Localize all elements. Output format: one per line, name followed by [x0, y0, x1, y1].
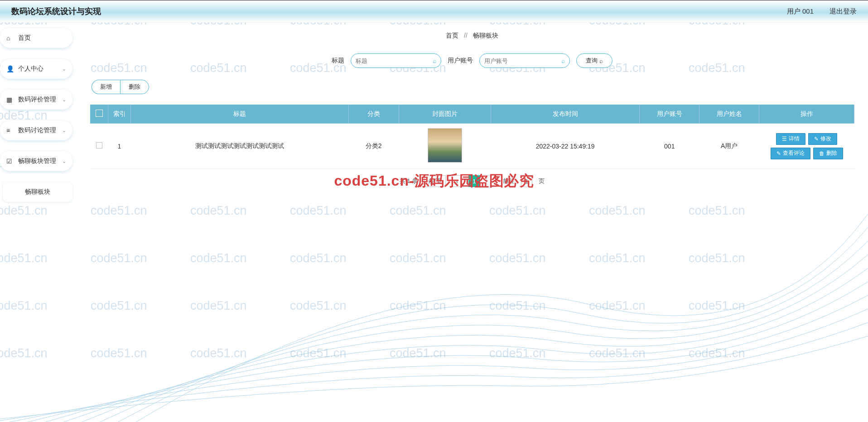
breadcrumb-current: 畅聊板块 [473, 32, 498, 39]
cell-index: 1 [108, 124, 131, 169]
detail-button[interactable]: ☰详情 [776, 133, 805, 145]
grid-icon: ▦ [6, 96, 14, 103]
delete-button[interactable]: 删除 [120, 80, 149, 94]
user-label[interactable]: 用户 001 [787, 7, 814, 16]
check-icon: ☑ [6, 158, 14, 165]
chevron-down-icon: ⌄ [62, 128, 66, 134]
pager-prev[interactable]: ‹ [452, 175, 462, 187]
app-title: 数码论坛系统设计与实现 [11, 6, 101, 17]
sidebar-item-chat-manage[interactable]: ☑ 畅聊板块管理 ⌄ [0, 151, 72, 171]
title-field[interactable]: ⌕ [351, 53, 441, 68]
search-icon: ⌕ [433, 57, 436, 64]
sidebar-item-label: 个人中心 [18, 65, 43, 73]
cover-image [428, 128, 462, 163]
row-checkbox[interactable] [96, 142, 102, 149]
pager-next[interactable]: › [487, 175, 497, 187]
pager-jump-input[interactable]: 1 [521, 175, 532, 187]
action-row: 新增 删除 [90, 80, 854, 94]
cell-account: 001 [640, 124, 699, 169]
add-button[interactable]: 新增 [92, 80, 120, 94]
search-label-title: 标题 [332, 57, 344, 65]
chevron-down-icon: ⌄ [62, 66, 66, 72]
pager-total: 共 1 条 [400, 177, 418, 185]
checkbox-all[interactable] [96, 110, 103, 117]
logout-link[interactable]: 退出登录 [829, 7, 857, 16]
pager-jump-suffix: 页 [539, 177, 545, 185]
pager-jump-prefix: 前往 [503, 177, 515, 185]
detail-icon: ☰ [782, 136, 787, 142]
account-input[interactable] [484, 58, 561, 64]
col-index: 索引 [108, 105, 131, 124]
list-icon: ≡ [6, 127, 14, 134]
pager-page-1[interactable]: 1 [468, 175, 480, 187]
edit-icon: ✎ [814, 136, 819, 142]
sidebar-item-label: 畅聊板块管理 [18, 157, 56, 165]
search-icon: ⌕ [599, 58, 603, 64]
col-account: 用户账号 [640, 105, 699, 124]
title-input[interactable] [356, 58, 433, 64]
row-delete-button[interactable]: 🗑删除 [813, 148, 843, 159]
edit-button[interactable]: ✎修改 [808, 133, 837, 145]
breadcrumb-sep: // [464, 32, 468, 39]
pagination: 共 1 条 条/页 ‹ 1 › 前往 1 页 [90, 175, 854, 187]
sidebar-item-profile[interactable]: 👤 个人中心 ⌄ [0, 59, 72, 79]
sidebar-sub-label: 畅聊板块 [25, 188, 50, 196]
sidebar: ⌂ 首页 👤 个人中心 ⌄ ▦ 数码评价管理 ⌄ ≡ 数码讨论管理 ⌄ ☑ 畅聊… [0, 23, 76, 211]
col-cover: 封面图片 [399, 105, 491, 124]
col-time: 发布时间 [491, 105, 639, 124]
cell-category: 分类2 [348, 124, 399, 169]
home-icon: ⌂ [6, 34, 14, 42]
cell-time: 2022-03-22 15:49:19 [491, 124, 639, 169]
sidebar-subitem-chat[interactable]: 畅聊板块 [3, 182, 72, 202]
user-icon: 👤 [6, 65, 14, 72]
search-label-account: 用户账号 [448, 57, 473, 65]
trash-icon: 🗑 [819, 150, 825, 157]
search-icon: ⌕ [561, 57, 565, 64]
search-row: 标题 ⌕ 用户账号 ⌕ 查询 ⌕ [90, 53, 854, 68]
main-content: 首页 // 畅聊板块 标题 ⌕ 用户账号 ⌕ 查询 ⌕ 新增 删除 [76, 23, 868, 211]
chevron-down-icon: ⌄ [62, 97, 66, 103]
pager-perpage[interactable]: 条/页 [424, 175, 446, 187]
sidebar-item-label: 数码讨论管理 [18, 126, 56, 134]
col-ops: 操作 [759, 105, 854, 124]
sidebar-item-label: 数码评价管理 [18, 96, 56, 104]
comment-icon: ✎ [776, 150, 781, 157]
sidebar-item-home[interactable]: ⌂ 首页 [0, 28, 72, 48]
sidebar-item-label: 首页 [18, 34, 31, 42]
query-button[interactable]: 查询 ⌕ [576, 53, 612, 68]
cell-title: 测试测试测试测试测试测试测试 [131, 124, 349, 169]
sidebar-item-review[interactable]: ▦ 数码评价管理 ⌄ [0, 90, 72, 110]
header: 数码论坛系统设计与实现 用户 001 退出登录 [0, 0, 868, 23]
table-row: 1 测试测试测试测试测试测试测试 分类2 2022-03-22 15:49:19… [90, 124, 854, 169]
breadcrumb-home[interactable]: 首页 [446, 32, 458, 39]
breadcrumb: 首页 // 畅聊板块 [90, 32, 854, 40]
col-username: 用户姓名 [699, 105, 759, 124]
account-field[interactable]: ⌕ [479, 53, 570, 68]
cell-username: A用户 [699, 124, 759, 169]
data-table: 索引 标题 分类 封面图片 发布时间 用户账号 用户姓名 操作 1 测试测试测试… [90, 104, 854, 169]
sidebar-item-discuss[interactable]: ≡ 数码讨论管理 ⌄ [0, 120, 72, 140]
chevron-down-icon: ⌄ [62, 158, 66, 164]
col-category: 分类 [348, 105, 399, 124]
col-title: 标题 [131, 105, 349, 124]
comments-button[interactable]: ✎查看评论 [771, 148, 810, 159]
